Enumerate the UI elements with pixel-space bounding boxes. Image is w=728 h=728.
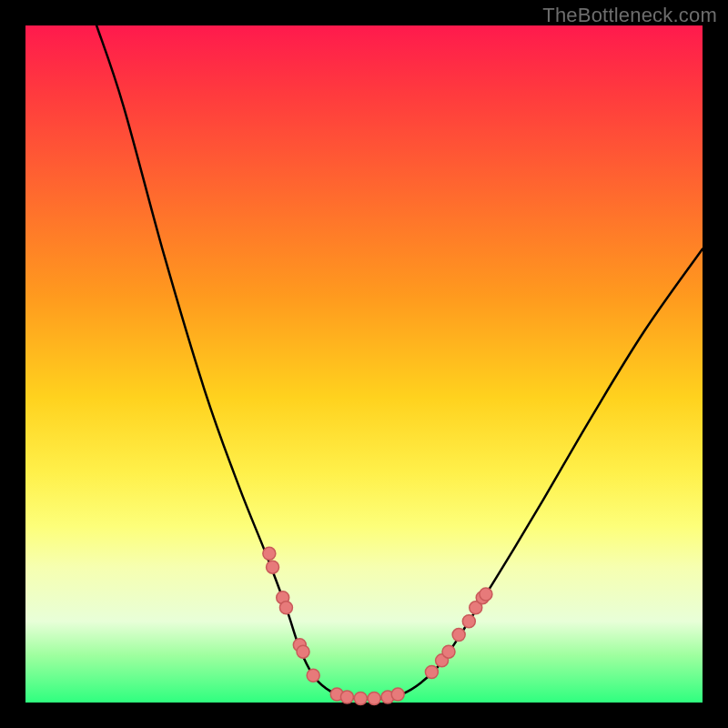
marker-dot [340, 691, 353, 703]
marker-dot [297, 645, 309, 658]
marker-dot [462, 615, 475, 628]
marker-dot [279, 602, 292, 614]
marker-dot [267, 561, 279, 573]
marker-dot [425, 666, 438, 679]
watermark-text: TheBottleneck.com [542, 4, 717, 27]
marker-dot [368, 693, 380, 705]
marker-dot [391, 688, 404, 701]
bottleneck-curve [96, 25, 703, 699]
chart-frame [25, 25, 703, 703]
marker-dot [452, 629, 465, 642]
marker-dot [442, 645, 455, 658]
marker-group [263, 547, 492, 704]
marker-dot [480, 588, 492, 601]
marker-dot [263, 547, 276, 560]
bottleneck-plot [25, 25, 703, 703]
marker-dot [354, 693, 367, 705]
marker-dot [307, 669, 319, 682]
